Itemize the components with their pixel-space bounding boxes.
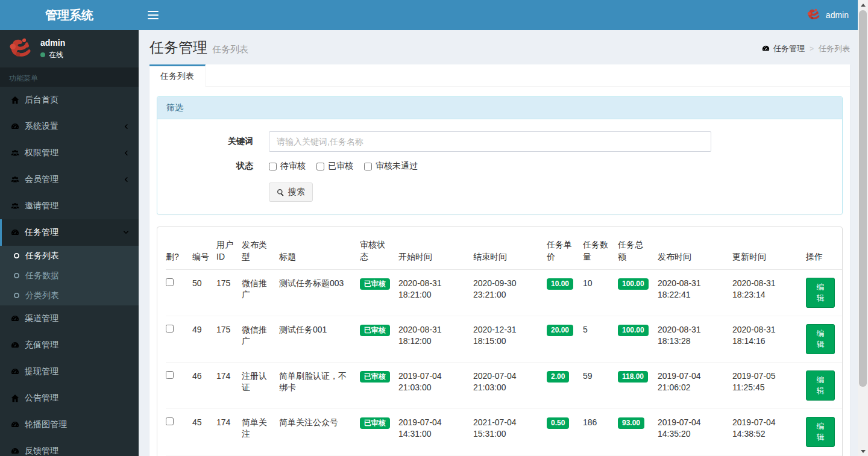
scrollbar-thumb[interactable] [859, 10, 867, 387]
brand-title[interactable]: 管理系统 [0, 0, 139, 30]
col-header-status: 审核状态 [360, 236, 398, 269]
sidebar-item-label: 提现管理 [25, 366, 58, 377]
table-row: 46 174 注册认证 简单刷脸认证，不绑卡 已审核 2019-07-04 21… [166, 362, 842, 408]
cell-updated: 2019-07-04 14:38:52 [732, 408, 806, 455]
cell-end: 2020-09-30 23:21:00 [473, 269, 547, 316]
scrollbar-down-arrow[interactable] [858, 446, 868, 456]
sidebar-item-label: 会员管理 [25, 174, 58, 185]
cell-published: 2020-08-31 18:22:41 [658, 269, 732, 316]
sidebar-item-channel-mgmt[interactable]: 渠道管理 [0, 305, 139, 332]
sidebar-item-label: 权限管理 [25, 148, 58, 158]
browser-scrollbar[interactable] [858, 0, 868, 456]
col-header-total: 任务总额 [618, 236, 658, 269]
sidebar-item-invite-mgmt[interactable]: 邀请管理 [0, 193, 139, 219]
sidebar-subitem-task-list[interactable]: 任务列表 [0, 246, 139, 266]
sidebar-item-recharge-mgmt[interactable]: 充值管理 [0, 332, 139, 358]
row-checkbox[interactable] [166, 278, 174, 286]
status-option-approved[interactable]: 已审核 [316, 161, 353, 172]
sidebar-subitem-category-list[interactable]: 分类列表 [0, 286, 139, 305]
cell-qty: 5 [583, 316, 618, 362]
sidebar-item-label: 公告管理 [25, 393, 58, 404]
cell-end: 2020-12-31 18:15:00 [473, 316, 547, 362]
cell-user-id: 175 [216, 269, 242, 316]
sidebar-item-label: 系统设置 [25, 121, 58, 132]
sidebar-item-announcement-mgmt[interactable]: 公告管理 [0, 385, 139, 411]
sidebar-item-system-settings[interactable]: 系统设置 [0, 113, 139, 140]
tab-bar: 任务列表 [149, 64, 850, 87]
gauge-icon [762, 45, 770, 52]
status-checkbox-rejected[interactable] [364, 163, 372, 170]
breadcrumb-parent[interactable]: 任务管理 [773, 43, 805, 54]
users-icon [11, 202, 19, 210]
price-badge: 20.00 [547, 325, 573, 337]
status-option-pending[interactable]: 待审核 [269, 161, 306, 172]
scrollbar-up-arrow[interactable] [858, 0, 868, 10]
hamburger-icon[interactable] [148, 11, 159, 19]
row-checkbox[interactable] [166, 325, 174, 333]
sidebar-item-withdraw-mgmt[interactable]: 提现管理 [0, 358, 139, 385]
sidebar: 管理系统 admin 在线 功能菜单 后台首页 系统设置 权限管理 会员管理 邀… [0, 0, 139, 456]
edit-button[interactable]: 编辑 [806, 278, 835, 308]
cell-updated: 2020-08-31 18:14:16 [732, 316, 806, 362]
main-area: admin 任务管理 任务列表 任务管理 > 任务列表 任务列表 筛选 [139, 0, 858, 456]
breadcrumb: 任务管理 > 任务列表 [762, 43, 850, 54]
cell-title: 测试任务标题003 [279, 269, 360, 316]
table-row: 50 175 微信推广 测试任务标题003 已审核 2020-08-31 18:… [166, 269, 842, 316]
task-table-box: 删? 编号 用户ID 发布类型 标题 审核状态 开始时间 结束时间 任务单价 任… [157, 226, 843, 456]
col-header-qty: 任务数量 [583, 236, 618, 269]
cell-user-id: 175 [216, 316, 242, 362]
cell-title: 简单刷脸认证，不绑卡 [279, 362, 360, 408]
home-icon [11, 96, 19, 104]
total-badge: 100.00 [618, 325, 649, 337]
chevron-left-icon [122, 176, 130, 183]
edit-button[interactable]: 编辑 [806, 370, 835, 401]
filter-panel: 筛选 关键词 状态 待审核 已审核 [157, 96, 843, 214]
user-status-label: 在线 [49, 50, 63, 60]
cell-qty: 186 [583, 408, 618, 455]
edit-button[interactable]: 编辑 [806, 417, 835, 447]
sidebar-item-task-mgmt[interactable]: 任务管理 [0, 219, 139, 246]
sidebar-subitem-label: 分类列表 [25, 290, 59, 301]
cell-type: 微信推广 [242, 269, 279, 316]
sidebar-subitem-task-data[interactable]: 任务数据 [0, 266, 139, 286]
sidebar-item-carousel-mgmt[interactable]: 轮播图管理 [0, 411, 139, 438]
cell-id: 45 [192, 408, 216, 455]
col-header-updated: 更新时间 [732, 236, 806, 269]
col-header-type: 发布类型 [242, 236, 279, 269]
sidebar-item-dashboard-home[interactable]: 后台首页 [0, 87, 139, 113]
price-badge: 0.50 [547, 417, 569, 429]
row-checkbox[interactable] [166, 371, 174, 379]
cell-end: 2020-07-04 21:03:00 [473, 362, 547, 408]
breadcrumb-current: 任务列表 [819, 43, 850, 54]
circle-icon [13, 252, 20, 259]
navbar-user-menu[interactable]: admin [805, 7, 849, 23]
cell-published: 2019-07-04 21:06:02 [658, 362, 732, 408]
col-header-id: 编号 [192, 236, 216, 269]
cell-qty: 59 [583, 362, 618, 408]
edit-button[interactable]: 编辑 [806, 324, 835, 354]
cell-title: 简单关注公众号 [279, 408, 360, 455]
sidebar-item-label: 邀请管理 [25, 201, 58, 211]
col-header-end: 结束时间 [473, 236, 547, 269]
row-checkbox[interactable] [166, 417, 174, 425]
col-header-user-id: 用户ID [216, 236, 242, 269]
status-badge: 已审核 [360, 371, 390, 383]
sidebar-item-feedback-mgmt[interactable]: 反馈管理 [0, 438, 139, 456]
sidebar-item-member-mgmt[interactable]: 会员管理 [0, 166, 139, 193]
gauge-icon [11, 447, 19, 455]
cell-updated: 2020-08-31 18:23:14 [732, 269, 806, 316]
keyword-input[interactable] [269, 131, 711, 152]
status-option-rejected[interactable]: 审核未通过 [364, 161, 418, 172]
status-badge: 已审核 [360, 417, 390, 429]
cell-id: 49 [192, 316, 216, 362]
gauge-icon [11, 228, 19, 237]
search-icon [277, 189, 285, 196]
sidebar-subitem-label: 任务列表 [25, 251, 59, 261]
search-button[interactable]: 搜索 [269, 183, 313, 202]
tab-task-list[interactable]: 任务列表 [149, 64, 206, 87]
cell-start: 2019-07-04 14:31:00 [398, 408, 473, 455]
status-checkbox-approved[interactable] [316, 163, 324, 170]
status-checkbox-pending[interactable] [269, 163, 277, 170]
cell-start: 2019-07-04 21:03:00 [398, 362, 473, 408]
sidebar-item-permission-mgmt[interactable]: 权限管理 [0, 140, 139, 166]
